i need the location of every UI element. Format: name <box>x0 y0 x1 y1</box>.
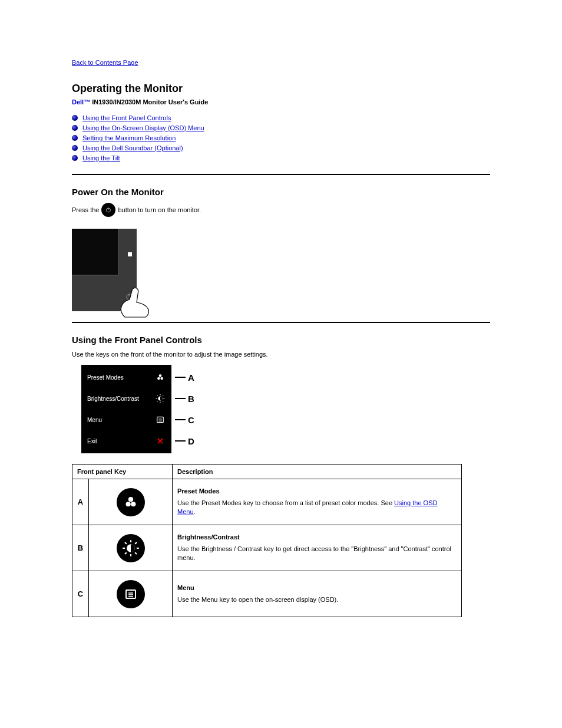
divider <box>72 322 490 323</box>
svg-line-13 <box>157 396 158 396</box>
toc-link-soundbar[interactable]: Using the Dell Soundbar (Optional) <box>82 144 183 151</box>
osd-label-preset: Preset Modes <box>87 374 124 381</box>
svg-point-25 <box>128 497 133 502</box>
row-letter: B <box>72 525 89 571</box>
table-row: C Menu Use the Menu key to open the on-s… <box>72 571 462 617</box>
page-title: Operating the Monitor <box>72 83 490 95</box>
menu-icon <box>155 414 166 425</box>
section-front-panel-heading: Using the Front Panel Controls <box>72 335 490 345</box>
callout-letters: A B C D <box>175 372 194 446</box>
svg-point-23 <box>125 502 130 506</box>
row-letter: A <box>72 479 89 525</box>
svg-line-32 <box>125 552 127 554</box>
row-body: Use the Brightness / Contrast key to get… <box>177 545 451 561</box>
brightness-contrast-icon <box>155 393 166 404</box>
divider <box>72 174 490 175</box>
callout-c: C <box>188 415 194 425</box>
row-title: Menu <box>177 584 457 592</box>
svg-point-5 <box>160 377 163 380</box>
menu-icon <box>117 580 145 608</box>
preset-modes-icon <box>155 372 166 383</box>
table-head-key: Front panel Key <box>72 465 173 479</box>
row-title: Preset Modes <box>177 487 457 496</box>
bullet-icon <box>72 115 78 121</box>
bullet-icon <box>72 145 78 151</box>
preset-modes-icon <box>117 488 145 516</box>
osd-label-menu: Menu <box>87 417 102 423</box>
bullet-icon <box>72 155 78 161</box>
brand-name: Dell™ <box>72 98 90 106</box>
power-text-before: Press the <box>72 206 99 213</box>
exit-icon <box>155 436 166 446</box>
svg-rect-35 <box>126 590 135 598</box>
svg-line-33 <box>135 542 137 544</box>
svg-line-30 <box>125 542 127 544</box>
svg-line-16 <box>163 396 163 396</box>
subtitle-rest: IN1930/IN2030M Monitor User's Guide <box>90 98 208 106</box>
callout-d: D <box>188 436 194 446</box>
table-head-desc: Description <box>173 465 462 479</box>
svg-line-31 <box>135 552 137 554</box>
power-instruction-row: Press the button to turn on the monitor. <box>72 203 490 217</box>
svg-point-24 <box>131 502 135 506</box>
callout-b: B <box>188 394 194 404</box>
bullet-icon <box>72 135 78 141</box>
row-title: Brightness/Contrast <box>177 533 457 542</box>
svg-rect-17 <box>157 417 164 422</box>
toc-link-osd-menu[interactable]: Using the On-Screen Display (OSD) Menu <box>82 124 204 131</box>
subtitle: Dell™ IN1930/IN2030M Monitor User's Guid… <box>72 98 490 106</box>
row-body: Use the Menu key to open the on-screen d… <box>177 596 338 603</box>
table-row: A Preset Modes Use the Preset Modes key … <box>72 479 462 525</box>
toc-link-tilt[interactable]: Using the Tilt <box>82 154 120 162</box>
back-to-contents-link[interactable]: Back to Contents Page <box>72 59 138 66</box>
svg-point-6 <box>159 374 162 377</box>
row-letter: C <box>72 571 89 617</box>
osd-keys-figure: Preset Modes Brightness/Contrast <box>81 365 171 453</box>
svg-point-4 <box>157 377 160 380</box>
toc-link-max-resolution[interactable]: Setting the Maximum Resolution <box>82 134 176 141</box>
row-body-after: . <box>194 508 196 515</box>
osd-label-brightness: Brightness/Contrast <box>87 396 139 402</box>
svg-line-15 <box>157 401 158 401</box>
toc-link-front-panel[interactable]: Using the Front Panel Controls <box>82 114 171 121</box>
table-row: B Brightness/Contrast Use the Brightness… <box>72 525 462 571</box>
front-panel-intro: Use the keys on the front of the monitor… <box>72 351 490 358</box>
callout-a: A <box>188 373 194 383</box>
table-of-contents: Using the Front Panel Controls Using the… <box>72 114 490 162</box>
section-power-on-heading: Power On the Monitor <box>72 187 490 197</box>
brightness-contrast-icon <box>117 534 145 562</box>
row-body-before: Use the Preset Modes key to choose from … <box>177 499 394 506</box>
svg-line-14 <box>163 401 163 401</box>
bullet-icon <box>72 125 78 131</box>
osd-label-exit: Exit <box>87 438 97 444</box>
monitor-power-figure <box>72 229 157 311</box>
power-text-after: button to turn on the monitor. <box>118 206 201 213</box>
power-icon <box>101 203 115 217</box>
hand-icon <box>113 285 160 320</box>
controls-table: Front panel Key Description A Preset Mod… <box>72 464 462 617</box>
